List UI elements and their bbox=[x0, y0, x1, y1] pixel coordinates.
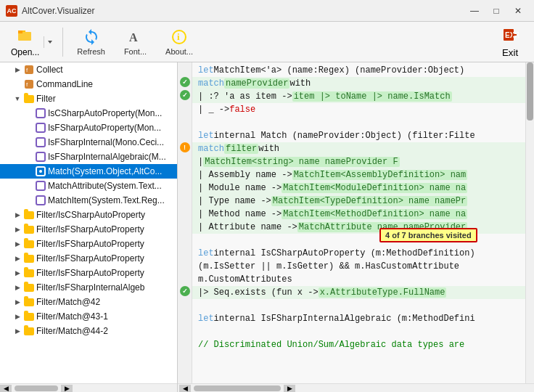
gutter-20 bbox=[178, 311, 192, 324]
svg-text:A: A bbox=[129, 31, 138, 44]
svg-point-19 bbox=[39, 170, 42, 173]
about-icon: i bbox=[171, 28, 188, 46]
open-main[interactable]: Open... bbox=[7, 23, 44, 60]
tree-item-isfsharp1[interactable]: ▶ IsFSharpAutoProperty(Mon... bbox=[0, 121, 177, 135]
code-scroll-right-btn[interactable]: ▶ bbox=[284, 385, 295, 392]
code-horizontal-scrollbar[interactable]: ◀ ▶ bbox=[178, 383, 534, 392]
expand-filter-isfsharp2[interactable]: ▶ bbox=[12, 238, 23, 250]
filter-isfsharp4-icon bbox=[23, 267, 35, 279]
code-line-11: | Type name -> MatchItem<TypeDefinition>… bbox=[192, 195, 534, 208]
gutter-16 bbox=[178, 258, 192, 271]
right-scroll-thumb[interactable] bbox=[527, 62, 533, 121]
expand-filter-isfsharpintalg[interactable]: ▶ bbox=[12, 282, 23, 293]
tree-item-filter-match42[interactable]: ▶ Filter/Match@42 bbox=[0, 295, 177, 309]
commandline-label: CommandLine bbox=[36, 79, 93, 89]
tree-item-filter[interactable]: ▼ Filter bbox=[0, 91, 177, 106]
code-line-7: match filter with bbox=[192, 142, 534, 155]
code-line-12: | Method name -> MatchItem<MethodDefinit… bbox=[192, 208, 534, 221]
tree-item-iscsharp[interactable]: ▶ IsCSharpAutoProperty(Mon... bbox=[0, 106, 177, 121]
close-button[interactable]: ✕ bbox=[508, 4, 528, 18]
expand-filter-match44[interactable]: ▶ bbox=[12, 325, 23, 337]
open-dropdown-arrow[interactable] bbox=[44, 36, 56, 48]
font-icon: A bbox=[126, 28, 144, 46]
gutter-18: ✓ bbox=[178, 285, 192, 298]
about-button[interactable]: i About... bbox=[157, 25, 201, 60]
refresh-icon bbox=[83, 28, 100, 46]
code-scroll-left-btn[interactable]: ◀ bbox=[179, 385, 191, 392]
commandline-icon: f bbox=[23, 78, 35, 90]
isfsharp1-label: IsFSharpAutoProperty(Mon... bbox=[48, 123, 161, 133]
maximize-button[interactable]: □ bbox=[486, 4, 506, 18]
matchattribute-label: MatchAttribute(System.Text... bbox=[48, 181, 162, 191]
gutter-8 bbox=[178, 154, 192, 167]
svg-rect-21 bbox=[36, 196, 45, 205]
tree-item-collect[interactable]: ▶ f Collect bbox=[0, 62, 177, 77]
gutter-10 bbox=[178, 180, 192, 193]
window-controls: — □ ✕ bbox=[464, 4, 528, 18]
gutter-marker-2: ✓ bbox=[180, 77, 190, 87]
tree-horizontal-scrollbar[interactable]: ◀ ▶ bbox=[0, 383, 177, 392]
code-line-16: (m.IsSetter || m.IsGetter) && m.HasCusto… bbox=[192, 260, 534, 273]
expand-filter[interactable]: ▼ bbox=[12, 93, 23, 105]
tree-item-filter-match44[interactable]: ▶ Filter/Match@44-2 bbox=[0, 324, 177, 338]
tree-item-filter-match43[interactable]: ▶ Filter/Match@43-1 bbox=[0, 309, 177, 324]
expand-filter-match42[interactable]: ▶ bbox=[12, 296, 23, 308]
scroll-left-btn[interactable]: ◀ bbox=[0, 385, 12, 392]
code-line-17: m.CustomAttributes bbox=[192, 273, 534, 286]
svg-rect-2 bbox=[18, 30, 22, 33]
code-scroll-thumb[interactable] bbox=[194, 385, 281, 391]
filter-isfsharp3-label: Filter/IsFSharpAutoProperty bbox=[36, 253, 144, 264]
tree-item-filter-isfsharp1[interactable]: ▶ Filter/IsFSharpAutoProperty bbox=[0, 222, 177, 237]
filter-isfsharp1-label: Filter/IsFSharpAutoProperty bbox=[36, 224, 144, 234]
code-line-4: | _ -> false bbox=[192, 103, 534, 116]
expand-filter-isfsharp4[interactable]: ▶ bbox=[12, 267, 23, 279]
refresh-button[interactable]: Refresh bbox=[69, 25, 113, 60]
tree-item-commandline[interactable]: ▶ f CommandLine bbox=[0, 77, 177, 91]
minimize-button[interactable]: — bbox=[464, 4, 485, 18]
code-line-22: // Discriminated Union/Sum/Algebraic dat… bbox=[192, 338, 534, 351]
font-button[interactable]: A Font... bbox=[116, 25, 155, 60]
tree-item-filter-isfsharp4[interactable]: ▶ Filter/IsFSharpAutoProperty bbox=[0, 266, 177, 280]
expand-filter-isfsharp1[interactable]: ▶ bbox=[12, 224, 23, 235]
branch-popup: 4 of 7 branches visited bbox=[379, 228, 477, 242]
exit-button[interactable]: EXIT Exit bbox=[492, 23, 528, 62]
tree-item-filter-isfsharpintalg[interactable]: ▶ Filter/IsFSharpInternalAlgeb bbox=[0, 280, 177, 295]
app-icon: AC bbox=[6, 5, 17, 17]
exit-label: Exit bbox=[502, 47, 518, 58]
expand-filter-match43[interactable]: ▶ bbox=[12, 311, 23, 322]
tree-item-isfsharpinternal[interactable]: ▶ IsFSharpInternal(Mono.Ceci... bbox=[0, 135, 177, 150]
tree-item-isfsharpinternalalg[interactable]: ▶ IsFSharpInternalAlgebraic(M... bbox=[0, 150, 177, 164]
filter-match43-label: Filter/Match@43-1 bbox=[36, 311, 108, 322]
code-line-5 bbox=[192, 116, 534, 129]
tree-scroll-thumb[interactable] bbox=[15, 385, 58, 391]
iscsharp-label: IsCSharpAutoProperty(Mon... bbox=[48, 108, 162, 118]
filter-match42-icon bbox=[23, 296, 35, 308]
expand-collect[interactable]: ▶ bbox=[12, 64, 23, 75]
expand-filter-iscsharp[interactable]: ▶ bbox=[12, 209, 23, 221]
gutter-4 bbox=[178, 102, 192, 115]
filter-match43-icon bbox=[23, 311, 35, 322]
gutter-5 bbox=[178, 115, 192, 128]
code-line-8: | MatchItem<string> name nameProvider F bbox=[192, 155, 534, 168]
tree-item-matchitem[interactable]: ▶ MatchItem(System.Text.Reg... bbox=[0, 193, 177, 208]
right-vscrollbar[interactable] bbox=[525, 62, 534, 383]
expand-filter-isfsharp3[interactable]: ▶ bbox=[12, 253, 23, 264]
main-content: ▶ f Collect ▶ f CommandLine bbox=[0, 62, 534, 392]
tree-item-matchattribute[interactable]: ▶ MatchAttribute(System.Text... bbox=[0, 179, 177, 193]
matchitem-label: MatchItem(System.Text.Reg... bbox=[48, 195, 165, 205]
exit-icon: EXIT bbox=[501, 26, 519, 46]
code-content[interactable]: let MatchItem<'a> (name:Regex) (nameProv… bbox=[192, 62, 534, 383]
tree-item-filter-iscsharp[interactable]: ▶ Filter/IsCSharpAutoProperty bbox=[0, 208, 177, 222]
tree-item-filter-isfsharp3[interactable]: ▶ Filter/IsFSharpAutoProperty bbox=[0, 251, 177, 266]
code-line-1: let MatchItem<'a> (name:Regex) (nameProv… bbox=[192, 64, 534, 77]
tree-item-match[interactable]: ▶ Match(System.Object,AltCo... bbox=[0, 164, 177, 179]
gutter-14 bbox=[178, 232, 192, 245]
collect-label: Collect bbox=[36, 65, 63, 75]
code-line-18: |> Seq.exists (fun x -> x.AttributeType.… bbox=[192, 286, 534, 299]
filter-isfsharp4-label: Filter/IsFSharpAutoProperty bbox=[36, 268, 144, 278]
scroll-right-btn[interactable]: ▶ bbox=[61, 385, 73, 392]
svg-rect-15 bbox=[36, 123, 45, 132]
tree-item-filter-isfsharp2[interactable]: ▶ Filter/IsFSharpAutoProperty bbox=[0, 237, 177, 251]
code-line-21 bbox=[192, 325, 534, 338]
open-button[interactable]: Open... bbox=[6, 23, 57, 61]
